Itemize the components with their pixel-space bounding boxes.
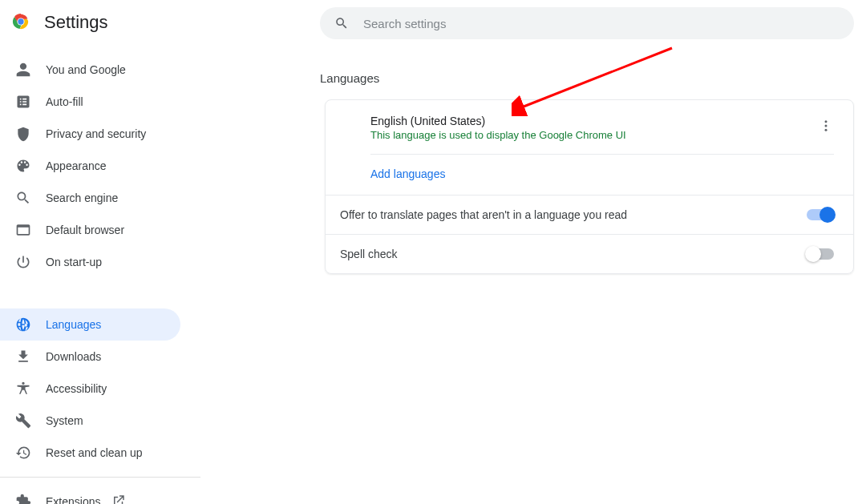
section-title-languages: Languages [320, 71, 866, 85]
sidebar-item-extensions[interactable]: Extensions [0, 486, 200, 504]
sidebar-item-label: Auto-fill [46, 95, 83, 108]
search-icon [334, 16, 349, 30]
sidebar-item-label: Reset and clean up [46, 446, 143, 459]
palette-icon [15, 158, 31, 174]
translate-label: Offer to translate pages that aren't in … [340, 208, 627, 221]
sidebar-item-default-browser[interactable]: Default browser [0, 214, 200, 246]
sidebar-item-label: Privacy and security [46, 127, 146, 140]
sidebar-item-downloads[interactable]: Downloads [0, 341, 200, 373]
shield-icon [15, 126, 31, 142]
browser-icon [15, 222, 31, 238]
person-icon [15, 62, 31, 78]
sidebar-item-label: System [46, 414, 83, 427]
add-languages-link[interactable]: Add languages [370, 167, 445, 180]
svg-point-5 [825, 120, 828, 123]
download-icon [15, 349, 31, 365]
languages-card: English (United States) This language is… [325, 99, 854, 274]
sidebar-divider [0, 477, 200, 478]
external-link-icon [111, 494, 126, 505]
restore-icon [15, 445, 31, 461]
sidebar-item-label: Languages [46, 318, 101, 331]
chrome-logo-icon [12, 13, 30, 33]
svg-point-2 [18, 18, 23, 24]
sidebar-item-label: Appearance [46, 159, 107, 172]
primary-language-note: This language is used to display the Goo… [370, 129, 808, 141]
sidebar-item-label: Search engine [46, 192, 118, 204]
spellcheck-toggle-row: Spell check [326, 235, 853, 273]
search-input[interactable] [362, 16, 840, 31]
sidebar-item-you-and-google[interactable]: You and Google [0, 54, 200, 86]
sidebar-item-label: Extensions [46, 495, 100, 504]
sidebar-item-search-engine[interactable]: Search engine [0, 182, 200, 214]
primary-language-name: English (United States) [370, 115, 808, 127]
extension-icon [15, 494, 31, 504]
svg-point-7 [825, 128, 828, 131]
sidebar-item-label: You and Google [46, 63, 126, 76]
wrench-icon [15, 413, 31, 429]
language-options-button[interactable] [818, 119, 834, 135]
more-vert-icon [819, 119, 833, 135]
sidebar-item-label: On start-up [46, 256, 102, 268]
sidebar-item-reset[interactable]: Reset and clean up [0, 437, 200, 469]
sidebar-item-on-startup[interactable]: On start-up [0, 246, 200, 278]
sidebar-item-label: Default browser [46, 224, 124, 236]
sidebar-item-appearance[interactable]: Appearance [0, 150, 200, 182]
sidebar-item-label: Accessibility [46, 382, 107, 395]
spellcheck-label: Spell check [340, 248, 398, 260]
spellcheck-toggle[interactable] [807, 248, 834, 260]
sidebar-item-accessibility[interactable]: Accessibility [0, 373, 200, 405]
sidebar-item-system[interactable]: System [0, 405, 200, 437]
primary-language-row[interactable]: English (United States) This language is… [326, 100, 853, 154]
power-icon [15, 254, 31, 270]
search-bar[interactable] [320, 7, 854, 39]
accessibility-icon [15, 381, 31, 397]
search-icon [15, 190, 31, 206]
sidebar-item-languages[interactable]: Languages [0, 308, 180, 341]
page-title: Settings [44, 12, 108, 33]
globe-icon [15, 317, 31, 333]
sidebar-item-autofill[interactable]: Auto-fill [0, 86, 200, 118]
sidebar-item-privacy[interactable]: Privacy and security [0, 118, 200, 150]
translate-toggle-row: Offer to translate pages that aren't in … [326, 196, 853, 234]
svg-point-6 [825, 124, 828, 127]
sidebar-item-label: Downloads [46, 350, 101, 363]
sidebar-nav: You and Google Auto-fill Privacy and sec… [0, 47, 200, 504]
autofill-icon [15, 94, 31, 110]
sidebar: Settings You and Google Auto-fill Privac… [0, 0, 200, 504]
main-content: Languages English (United States) This l… [200, 0, 866, 504]
translate-toggle[interactable] [807, 209, 834, 220]
brand: Settings [0, 7, 200, 47]
